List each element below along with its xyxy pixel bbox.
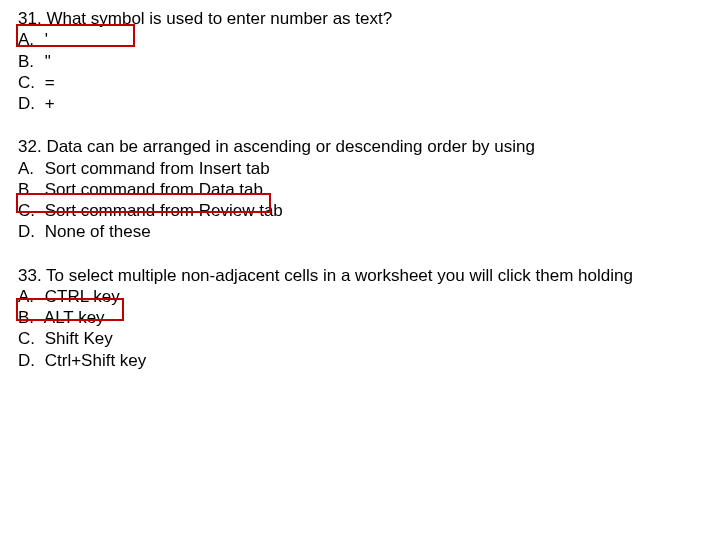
option-label: B.: [18, 179, 40, 200]
option-text: =: [45, 73, 55, 92]
option-label: D.: [18, 93, 40, 114]
option-text: Sort command from Review tab: [45, 201, 283, 220]
question-32: 32. Data can be arranged in ascending or…: [18, 136, 702, 242]
quiz-page: 31. What symbol is used to enter number …: [0, 0, 720, 540]
option-label: C.: [18, 72, 40, 93]
question-32-option-b: B. Sort command from Data tab: [18, 179, 702, 200]
question-32-prompt: 32. Data can be arranged in ascending or…: [18, 136, 702, 157]
question-33-text: To select multiple non-adjacent cells in…: [46, 266, 633, 285]
option-label: A.: [18, 286, 40, 307]
option-text: Ctrl+Shift key: [45, 351, 147, 370]
question-33-option-b: B. ALT key: [18, 307, 702, 328]
option-label: B.: [18, 307, 40, 328]
question-32-option-d: D. None of these: [18, 221, 702, 242]
question-31: 31. What symbol is used to enter number …: [18, 8, 702, 114]
question-32-number: 32.: [18, 137, 42, 156]
question-31-option-d: D. +: [18, 93, 702, 114]
option-text: ALT key: [44, 308, 105, 327]
option-text: +: [45, 94, 55, 113]
option-text: Sort command from Data tab: [45, 180, 263, 199]
option-label: C.: [18, 328, 40, 349]
option-label: C.: [18, 200, 40, 221]
question-33-option-a: A. CTRL key: [18, 286, 702, 307]
option-text: ": [45, 52, 51, 71]
option-text: Shift Key: [45, 329, 113, 348]
question-31-text: What symbol is used to enter number as t…: [46, 9, 392, 28]
question-33-option-d: D. Ctrl+Shift key: [18, 350, 702, 371]
option-label: D.: [18, 221, 40, 242]
question-31-prompt: 31. What symbol is used to enter number …: [18, 8, 702, 29]
option-label: B.: [18, 51, 40, 72]
question-31-number: 31.: [18, 9, 42, 28]
question-32-option-c: C. Sort command from Review tab: [18, 200, 702, 221]
option-label: D.: [18, 350, 40, 371]
option-text: Sort command from Insert tab: [45, 159, 270, 178]
option-label: A.: [18, 29, 40, 50]
option-text: None of these: [45, 222, 151, 241]
question-33: 33. To select multiple non-adjacent cell…: [18, 265, 702, 371]
option-text: CTRL key: [45, 287, 120, 306]
question-33-option-c: C. Shift Key: [18, 328, 702, 349]
question-32-text: Data can be arranged in ascending or des…: [46, 137, 535, 156]
question-31-option-b: B. ": [18, 51, 702, 72]
question-33-prompt: 33. To select multiple non-adjacent cell…: [18, 265, 702, 286]
question-31-option-a: A. ': [18, 29, 702, 50]
question-32-option-a: A. Sort command from Insert tab: [18, 158, 702, 179]
question-31-option-c: C. =: [18, 72, 702, 93]
option-label: A.: [18, 158, 40, 179]
question-33-number: 33.: [18, 266, 42, 285]
option-text: ': [45, 30, 48, 49]
